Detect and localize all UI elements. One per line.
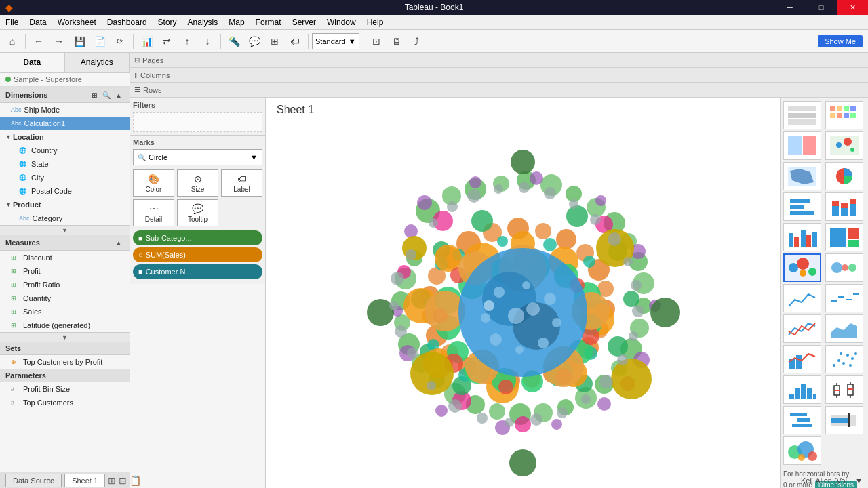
chart-pie[interactable] <box>825 162 863 190</box>
menu-dashboard[interactable]: Dashboard <box>102 15 153 30</box>
chart-line-discrete[interactable] <box>825 284 863 312</box>
detail-button[interactable]: ⋯ Detail <box>133 199 174 226</box>
new-sheet-icon[interactable]: ⊞ <box>108 475 116 486</box>
menu-server[interactable]: Server <box>287 15 321 30</box>
field-country[interactable]: 🌐 Country <box>0 144 130 157</box>
toolbar-forward[interactable]: → <box>50 33 68 50</box>
chart-horizontal-bar[interactable] <box>783 192 821 221</box>
chart-dual-line[interactable] <box>783 314 821 343</box>
toolbar-tooltip[interactable]: 💬 <box>245 33 264 50</box>
tab-data[interactable]: Data <box>0 53 65 72</box>
measures-scroll-up[interactable]: ▲ <box>113 237 124 248</box>
close-button[interactable]: ✕ <box>837 0 868 15</box>
chart-treemap[interactable] <box>825 223 863 251</box>
toolbar-back[interactable]: ← <box>29 33 48 50</box>
chart-line-continuous[interactable] <box>783 284 821 312</box>
measures-scroll-down[interactable]: ▼ <box>0 332 130 342</box>
menu-worksheet[interactable]: Worksheet <box>52 15 102 30</box>
field-sales[interactable]: ⊞ Sales <box>0 305 130 319</box>
group-product[interactable]: ▼ Product <box>0 198 130 211</box>
field-ship-mode[interactable]: Abc Ship Mode <box>0 103 130 117</box>
chart-symbol-map[interactable] <box>825 131 863 160</box>
chart-dual-combination[interactable] <box>783 345 821 373</box>
menu-window[interactable]: Window <box>321 15 361 30</box>
label-button[interactable]: 🏷 Label <box>221 169 262 197</box>
standard-dropdown[interactable]: Standard ▼ <box>312 33 359 49</box>
chart-packed-bubbles[interactable] <box>783 436 821 465</box>
field-profit-ratio[interactable]: ⊞ Profit Ratio <box>0 278 130 291</box>
toolbar-chart-type[interactable]: 📊 <box>137 33 156 50</box>
minimize-button[interactable]: ─ <box>774 0 806 15</box>
chart-area[interactable] <box>825 314 863 343</box>
toolbar-sort-asc[interactable]: ↑ <box>178 33 197 50</box>
dimensions-scroll-down[interactable]: ▼ <box>0 225 130 235</box>
toolbar-group[interactable]: ⊞ <box>265 33 284 50</box>
field-profit[interactable]: ⊞ Profit <box>0 264 130 278</box>
chart-bullet[interactable] <box>825 406 863 434</box>
new-dashboard-icon[interactable]: ⊟ <box>119 475 127 486</box>
field-latitude[interactable]: ⊞ Latitude (generated) <box>0 319 130 332</box>
field-category[interactable]: Abc Category <box>0 211 130 225</box>
menu-file[interactable]: File <box>0 15 24 30</box>
new-story-icon[interactable]: 📋 <box>130 475 141 486</box>
field-state[interactable]: 🌐 State <box>0 157 130 171</box>
chart-side-by-side-circles[interactable] <box>825 253 863 282</box>
toolbar-sort-desc[interactable]: ↓ <box>198 33 217 50</box>
marks-type-dropdown[interactable]: 🔍 Circle ▼ <box>133 149 262 165</box>
toolbar-home[interactable]: ⌂ <box>3 33 22 50</box>
chart-circle-view[interactable] <box>783 253 821 282</box>
toolbar-share[interactable]: ⤴ <box>408 33 427 50</box>
field-quantity[interactable]: ⊞ Quantity <box>0 291 130 305</box>
chart-scatter-plot[interactable] <box>825 345 863 373</box>
chart-histogram[interactable] <box>783 375 821 404</box>
menu-data[interactable]: Data <box>24 15 52 30</box>
field-top-customers[interactable]: # Top Customers <box>0 396 130 409</box>
group-location[interactable]: ▼ Location <box>0 130 130 144</box>
measures-list: ⊞ Discount ⊞ Profit ⊞ Profit Ratio ⊞ Qua… <box>0 251 130 332</box>
field-city[interactable]: 🌐 City <box>0 171 130 184</box>
menu-format[interactable]: Format <box>250 15 287 30</box>
sheet-tab-1[interactable]: Sheet 1 <box>64 474 105 487</box>
color-button[interactable]: 🎨 Color <box>133 169 174 197</box>
chart-highlight-table[interactable] <box>783 131 821 160</box>
dimensions-scroll-up[interactable]: ▲ <box>113 89 124 100</box>
toolbar-device[interactable]: 🖥 <box>387 33 406 50</box>
pill-sub-category[interactable]: ■ Sub-Catego... <box>133 230 262 245</box>
tab-analytics[interactable]: Analytics <box>65 53 130 72</box>
field-postal-code[interactable]: 🌐 Postal Code <box>0 184 130 198</box>
user-info[interactable]: Kei. Allen (Vol... ▼ <box>801 476 863 485</box>
size-button[interactable]: ⊙ Size <box>177 169 218 197</box>
pill-customer-name[interactable]: ■ Customer N... <box>133 264 262 279</box>
menu-analysis[interactable]: Analysis <box>182 15 224 30</box>
toolbar-save[interactable]: 💾 <box>70 33 89 50</box>
toolbar-refresh[interactable]: ⟳ <box>111 33 130 50</box>
toolbar-new[interactable]: 📄 <box>90 33 109 50</box>
datasource-tab[interactable]: Data Source <box>5 474 62 487</box>
svg-point-222 <box>800 270 806 277</box>
chart-heat-map[interactable] <box>825 101 863 129</box>
toolbar-swap[interactable]: ⇄ <box>157 33 176 50</box>
toolbar-label[interactable]: 🏷 <box>285 33 304 50</box>
field-profit-bin-size[interactable]: # Profit Bin Size <box>0 382 130 396</box>
chart-text-table[interactable] <box>783 101 821 129</box>
menu-story[interactable]: Story <box>153 15 182 30</box>
pill-sum-sales[interactable]: ○ SUM(Sales) <box>133 247 262 262</box>
show-me-button[interactable]: Show Me <box>818 35 863 47</box>
field-calculation1[interactable]: Abc Calculation1 <box>0 117 130 130</box>
chart-gantt[interactable] <box>783 406 821 434</box>
toolbar-format-size[interactable]: ⊡ <box>367 33 386 50</box>
toolbar-highlight[interactable]: 🔦 <box>224 33 243 50</box>
chart-box-plot[interactable] <box>825 375 863 404</box>
tooltip-button[interactable]: 💬 Tooltip <box>177 199 218 226</box>
menu-help[interactable]: Help <box>361 15 389 30</box>
field-discount[interactable]: ⊞ Discount <box>0 251 130 264</box>
field-top-customers-profit[interactable]: ⊕ Top Customers by Profit <box>0 355 130 369</box>
maximize-button[interactable]: □ <box>806 0 837 15</box>
chart-stacked-bar[interactable] <box>825 192 863 221</box>
chart-side-by-side[interactable] <box>783 223 821 251</box>
dimensions-grid-icon[interactable]: ⊞ <box>89 89 100 100</box>
dimensions-search-icon[interactable]: 🔍 <box>101 89 112 100</box>
filters-drop-area[interactable] <box>133 112 262 132</box>
menu-map[interactable]: Map <box>223 15 250 30</box>
chart-filled-map[interactable] <box>783 162 821 190</box>
